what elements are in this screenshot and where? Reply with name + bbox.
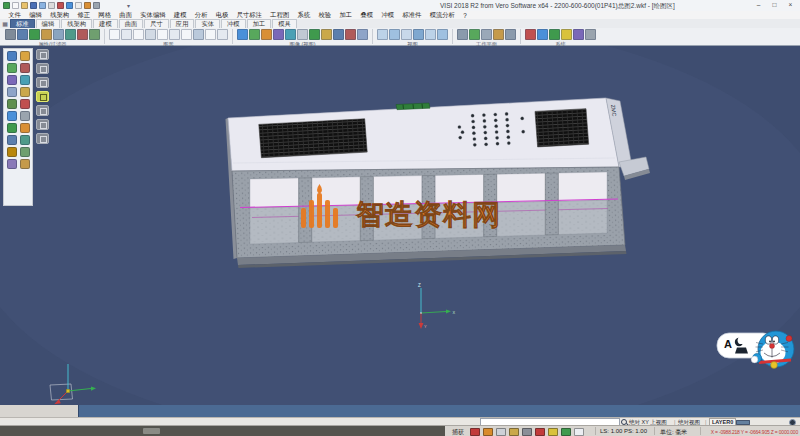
quick-access-icon[interactable] [66,2,73,9]
view-orientation-button[interactable] [36,77,49,88]
modeling-tool-icon[interactable] [7,123,17,133]
ribbon-icon[interactable] [133,29,144,40]
toolbar-tab[interactable]: 尺寸 [144,19,169,28]
ribbon-icon[interactable] [389,29,400,40]
ribbon-icon[interactable] [481,29,492,40]
quick-access-icon[interactable] [75,2,82,9]
ribbon-icon[interactable] [493,29,504,40]
modeling-tool-icon[interactable] [7,51,17,61]
snap-icon[interactable] [509,428,519,436]
ribbon-icon[interactable] [77,29,88,40]
view-orientation-button[interactable] [36,63,49,74]
quick-access-icon[interactable] [30,2,37,9]
toolbar-tab[interactable]: 冲模 [221,19,246,28]
modeling-tool-icon[interactable] [20,99,30,109]
viewport-canvas[interactable]: ZMC 智造资料网 [0,46,800,405]
snap-icon[interactable] [561,428,571,436]
ribbon-icon[interactable] [89,29,100,40]
ribbon-icon[interactable] [469,29,480,40]
modeling-tool-icon[interactable] [20,87,30,97]
modeling-tool-icon[interactable] [7,159,17,169]
modeling-tool-icon[interactable] [20,63,30,73]
ribbon-icon[interactable] [157,29,168,40]
ribbon-icon[interactable] [549,29,560,40]
toolbar-tab[interactable]: 编辑 [36,19,61,28]
ribbon-icon[interactable] [237,29,248,40]
ribbon-icon[interactable] [573,29,584,40]
ribbon-icon[interactable] [437,29,448,40]
quick-access-icon[interactable] [3,2,10,9]
snap-icon[interactable] [470,428,480,436]
modeling-tool-icon[interactable] [7,75,17,85]
quick-access-icon[interactable] [93,2,100,9]
modeling-tool-icon[interactable] [7,87,17,97]
command-prompt-area[interactable] [78,405,800,417]
quick-access-icon[interactable] [12,2,19,9]
ime-keyboard-icon[interactable] [735,348,748,354]
ribbon-icon[interactable] [345,29,356,40]
ribbon-icon[interactable] [561,29,572,40]
ribbon-icon[interactable] [537,29,548,40]
minimize-button[interactable]: – [751,0,766,10]
ribbon-icon[interactable] [505,29,516,40]
toolbar-tab[interactable]: 曲面 [119,19,144,28]
modeling-tool-icon[interactable] [7,147,17,157]
toolbar-tab[interactable]: 应用 [170,19,195,28]
3d-viewport[interactable]: ZMC 智造资料网 [0,46,800,405]
ribbon-icon[interactable] [249,29,260,40]
quick-access-icon[interactable] [21,2,28,9]
ribbon-icon[interactable] [145,29,156,40]
ribbon-icon[interactable] [525,29,536,40]
ribbon-icon[interactable] [169,29,180,40]
ribbon-icon[interactable] [585,29,596,40]
modeling-tool-icon[interactable] [7,111,17,121]
toolbar-tab[interactable]: 实体 [195,19,220,28]
modeling-tool-icon[interactable] [20,51,30,61]
ribbon-icon[interactable] [65,29,76,40]
view-orientation-button[interactable] [36,133,49,144]
snap-icon[interactable] [496,428,506,436]
ribbon-icon[interactable] [413,29,424,40]
ribbon-icon[interactable] [285,29,296,40]
close-button[interactable]: × [783,0,798,10]
quick-access-icon[interactable] [48,2,55,9]
modeling-tool-icon[interactable] [7,135,17,145]
modeling-tool-icon[interactable] [20,111,30,121]
modeling-tool-icon[interactable] [7,63,17,73]
ribbon-icon[interactable] [5,29,16,40]
toolbar-tab[interactable]: 加工 [247,19,272,28]
ribbon-icon[interactable] [181,29,192,40]
modeling-tool-icon[interactable] [20,147,30,157]
quick-access-icon[interactable] [84,2,91,9]
dock-handle[interactable] [143,428,160,434]
ribbon-icon[interactable] [377,29,388,40]
ribbon-icon[interactable] [333,29,344,40]
toolbar-tab[interactable]: 模具 [272,19,297,28]
ribbon-icon[interactable] [53,29,64,40]
quick-access-overflow-icon[interactable]: ▾ [127,2,130,9]
snap-icon[interactable] [548,428,558,436]
ribbon-icon[interactable] [309,29,320,40]
ribbon-icon[interactable] [297,29,308,40]
modeling-tool-icon[interactable] [20,135,30,145]
ribbon-icon[interactable] [205,29,216,40]
toolbar-tab[interactable]: 标准 [10,19,35,28]
modeling-tool-icon[interactable] [7,99,17,109]
modeling-tool-icon[interactable] [20,75,30,85]
ribbon-icon[interactable] [401,29,412,40]
snap-icon[interactable] [535,428,545,436]
ribbon-icon[interactable] [357,29,368,40]
modeling-tool-icon[interactable] [20,123,30,133]
ime-language-letter[interactable]: A [724,338,732,350]
tab-strip-menu-icon[interactable]: ▦ [0,20,10,28]
snap-icon[interactable] [483,428,493,436]
ribbon-icon[interactable] [457,29,468,40]
quick-access-icon[interactable] [57,2,64,9]
snap-icon[interactable] [522,428,532,436]
view-orientation-button[interactable] [36,105,49,116]
ribbon-icon[interactable] [273,29,284,40]
3d-model-enclosure[interactable]: ZMC [226,98,651,268]
toolbar-tab[interactable]: 线架构 [61,19,92,28]
maximize-button[interactable]: □ [767,0,782,10]
ribbon-icon[interactable] [193,29,204,40]
